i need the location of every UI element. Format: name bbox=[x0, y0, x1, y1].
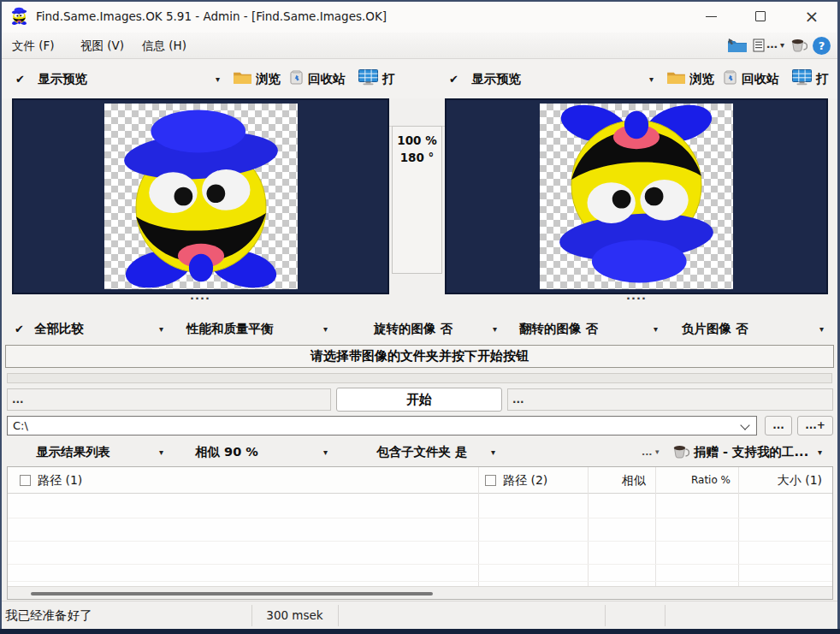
open-button-left[interactable]: 打 bbox=[382, 71, 395, 87]
maximize-icon bbox=[755, 11, 766, 21]
status-divider bbox=[338, 605, 339, 626]
close-button[interactable]: × bbox=[792, 1, 831, 32]
folder-status-field-1[interactable]: ... bbox=[7, 388, 331, 411]
chevron-down-icon[interactable]: ▾ bbox=[491, 447, 495, 457]
view-list-icon[interactable] bbox=[753, 39, 765, 52]
select-all-checkbox-2[interactable] bbox=[485, 475, 496, 486]
chevron-down-icon[interactable]: ▾ bbox=[818, 447, 822, 457]
recycle-bin-button-right[interactable]: 回收站 bbox=[742, 71, 779, 87]
horizontal-scrollbar[interactable] bbox=[8, 586, 832, 599]
minimize-button[interactable] bbox=[691, 1, 731, 32]
start-button[interactable]: 开始 bbox=[336, 388, 502, 412]
check-icon[interactable]: ✔ bbox=[15, 73, 25, 86]
column-divider bbox=[588, 467, 589, 586]
show-preview-dropdown-right[interactable]: 显示预览 bbox=[471, 71, 521, 87]
preview-toolbar: ✔ 显示预览 ▾ 浏览 回收站 打 ✔ 显示预览 ▾ 浏览 回收站 打 bbox=[0, 59, 840, 98]
chevron-down-icon[interactable]: ▾ bbox=[780, 33, 784, 58]
include-subfolders-dropdown[interactable]: 包含子文件夹 是 bbox=[376, 444, 468, 460]
app-window: Find.Same.Images.OK 5.91 - Admin - [Find… bbox=[0, 0, 840, 634]
zoom-value: 100 % bbox=[393, 132, 441, 149]
resize-grip[interactable]: ···· bbox=[190, 294, 210, 305]
minimize-icon bbox=[706, 16, 717, 17]
browse-folder-icon[interactable] bbox=[666, 70, 686, 87]
quality-balance-dropdown[interactable]: 性能和质量平衡 bbox=[186, 320, 274, 336]
folder-path-value: C:\ bbox=[13, 417, 28, 435]
show-result-list-dropdown[interactable]: 显示结果列表 bbox=[36, 444, 110, 460]
status-time: 300 msek bbox=[251, 601, 338, 630]
browse-button-left[interactable]: 浏览 bbox=[256, 71, 281, 87]
column-path-2[interactable]: 路径 (2) bbox=[503, 467, 547, 494]
folder-icon[interactable] bbox=[727, 38, 748, 53]
rotated-images-dropdown[interactable]: 旋转的图像 否 bbox=[374, 320, 453, 336]
recycle-bin-button-left[interactable]: 回收站 bbox=[308, 71, 346, 87]
flipped-images-dropdown[interactable]: 翻转的图像 否 bbox=[519, 320, 598, 336]
browse-path-button[interactable]: ... bbox=[765, 416, 792, 436]
menu-file[interactable]: 文件 (F) bbox=[5, 33, 62, 58]
browse-button-right[interactable]: 浏览 bbox=[689, 71, 714, 87]
preview-panel-1 bbox=[12, 98, 389, 294]
similarity-dropdown[interactable]: 相似 90 % bbox=[195, 444, 258, 460]
scrollbar-thumb[interactable] bbox=[31, 592, 433, 595]
chevron-down-icon[interactable]: ▾ bbox=[654, 323, 658, 333]
coffee-icon[interactable] bbox=[790, 39, 807, 52]
open-viewer-icon[interactable] bbox=[358, 69, 379, 89]
row-divider bbox=[8, 518, 832, 518]
view-selector-dots: … bbox=[766, 33, 778, 58]
app-icon bbox=[10, 7, 28, 25]
chevron-down-icon[interactable]: ▾ bbox=[323, 323, 328, 333]
window-border bbox=[0, 0, 2, 634]
zoom-rotation-box: 100 % 180 ° bbox=[392, 126, 442, 274]
preview-image-1 bbox=[104, 104, 298, 289]
chevron-down-icon[interactable]: ▾ bbox=[655, 447, 660, 456]
chevron-down-icon[interactable]: ▾ bbox=[493, 323, 497, 333]
select-all-checkbox-1[interactable] bbox=[20, 475, 31, 486]
folder-path-combobox[interactable]: C:\ bbox=[7, 416, 757, 436]
status-divider bbox=[665, 605, 665, 626]
table-header: 路径 (1) 路径 (2) 相似 Ratio % 大小 (1) bbox=[8, 467, 832, 494]
chevron-down-icon[interactable]: ▾ bbox=[216, 74, 220, 84]
row-divider bbox=[8, 581, 832, 582]
title-bar: Find.Same.Images.OK 5.91 - Admin - [Find… bbox=[0, 0, 840, 33]
compare-all-dropdown[interactable]: 全部比较 bbox=[34, 320, 84, 336]
progress-bar bbox=[7, 373, 832, 383]
recycle-bin-icon[interactable] bbox=[290, 70, 303, 87]
recycle-bin-icon[interactable] bbox=[724, 70, 736, 87]
menu-view[interactable]: 视图 (V) bbox=[74, 33, 131, 58]
open-viewer-icon[interactable] bbox=[791, 69, 813, 89]
chevron-down-icon[interactable] bbox=[740, 420, 749, 430]
row-divider bbox=[8, 541, 832, 542]
resize-grip[interactable]: ···· bbox=[626, 294, 647, 305]
chevron-down-icon[interactable]: ▾ bbox=[159, 323, 163, 333]
column-size-1[interactable]: 大小 (1) bbox=[738, 467, 822, 494]
folder-status-field-2[interactable]: ... bbox=[507, 388, 833, 411]
menu-bar: 文件 (F) 视图 (V) 信息 (H) … ▾ ? bbox=[0, 33, 840, 59]
chevron-down-icon[interactable]: ▾ bbox=[819, 323, 824, 333]
help-icon[interactable]: ? bbox=[813, 37, 831, 55]
column-path-1[interactable]: 路径 (1) bbox=[38, 467, 82, 494]
donate-dropdown[interactable]: 捐赠 - 支持我的工... bbox=[694, 444, 808, 460]
negative-images-dropdown[interactable]: 负片图像 否 bbox=[682, 320, 748, 336]
menu-info[interactable]: 信息 (H) bbox=[135, 33, 193, 58]
column-similar[interactable]: 相似 bbox=[588, 467, 646, 494]
check-icon[interactable]: ✔ bbox=[15, 322, 24, 335]
chevron-down-icon[interactable]: ▾ bbox=[323, 447, 328, 457]
column-ratio[interactable]: Ratio % bbox=[655, 467, 731, 494]
status-divider bbox=[605, 605, 606, 626]
add-path-button[interactable]: ...+ bbox=[797, 416, 833, 436]
coffee-icon bbox=[672, 445, 689, 459]
maximize-button[interactable] bbox=[741, 1, 780, 32]
zoom-info-panel: 100 % 180 ° bbox=[389, 98, 445, 294]
column-divider bbox=[738, 467, 739, 586]
window-title: Find.Same.Images.OK 5.91 - Admin - [Find… bbox=[36, 0, 387, 33]
browse-folder-icon[interactable] bbox=[233, 70, 252, 87]
column-divider bbox=[655, 467, 656, 586]
window-border bbox=[0, 0, 840, 2]
compare-options-row: ✔ 全部比较 ▾ 性能和质量平衡 ▾ 旋转的图像 否 ▾ 翻转的图像 否 ▾ 负… bbox=[0, 314, 840, 342]
check-icon[interactable]: ✔ bbox=[449, 73, 458, 86]
show-preview-dropdown-left[interactable]: 显示预览 bbox=[38, 71, 87, 87]
chevron-down-icon[interactable]: ▾ bbox=[649, 74, 654, 84]
open-button-right[interactable]: 打 bbox=[816, 71, 829, 87]
more-options-dots[interactable]: ... bbox=[642, 447, 653, 458]
chevron-down-icon[interactable]: ▾ bbox=[159, 447, 163, 457]
results-table: 路径 (1) 路径 (2) 相似 Ratio % 大小 (1) bbox=[7, 466, 833, 600]
